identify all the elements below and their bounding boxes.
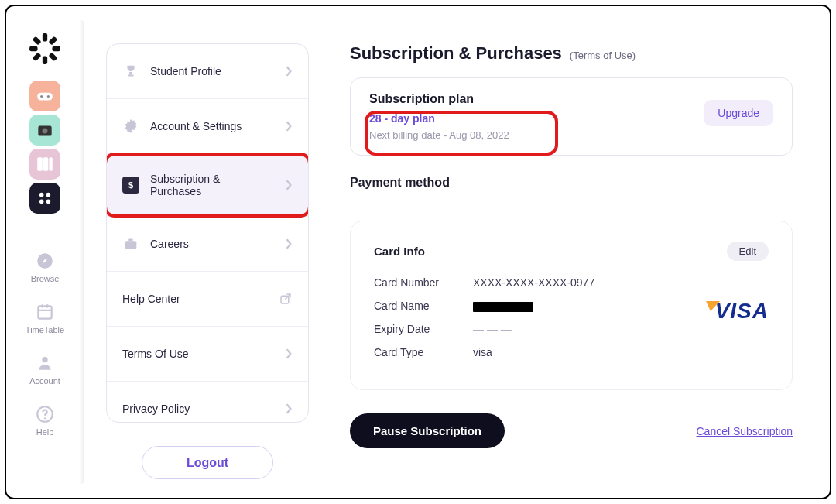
card-expiry-value: — — — <box>473 323 512 335</box>
card-number-label: Card Number <box>374 276 451 289</box>
svg-rect-0 <box>43 33 47 42</box>
svg-rect-4 <box>43 56 47 64</box>
app-logo <box>29 33 61 65</box>
chevron-right-icon <box>285 66 293 77</box>
rail-nav-browse[interactable]: Browse <box>31 251 60 283</box>
page-title: Subscription & Purchases <box>350 43 562 63</box>
svg-rect-32 <box>125 241 137 249</box>
gamepad-icon <box>35 86 55 106</box>
terms-of-use-link[interactable]: (Terms of Use) <box>570 50 636 61</box>
calendar-icon <box>35 302 55 322</box>
card-expiry-label: Expiry Date <box>374 323 451 335</box>
compass-icon <box>35 251 55 271</box>
person-icon <box>35 353 55 373</box>
svg-rect-29 <box>129 72 132 75</box>
card-number-value: XXXX-XXXX-XXXX-0977 <box>473 276 594 289</box>
settings-item-terms[interactable]: Terms Of Use <box>107 327 308 381</box>
svg-point-16 <box>39 193 44 197</box>
edit-button[interactable]: Edit <box>727 242 769 261</box>
rail-nav-account[interactable]: Account <box>29 353 60 386</box>
svg-rect-22 <box>38 306 51 318</box>
rail-nav-help[interactable]: Help <box>35 404 55 437</box>
settings-item-label: Student Profile <box>150 65 274 77</box>
card-number-row: Card Number XXXX-XXXX-XXXX-0977 <box>374 276 769 289</box>
external-link-icon <box>279 292 293 306</box>
chevron-right-icon <box>285 348 293 359</box>
rail-nav-timetable[interactable]: TimeTable <box>26 302 64 334</box>
grid-icon <box>35 188 55 208</box>
rail-nav-label: Browse <box>31 274 60 283</box>
settings-item-label: Subscription & Purchases <box>150 173 274 197</box>
card-expiry-row: Expiry Date — — — <box>374 323 769 335</box>
svg-rect-14 <box>43 157 49 170</box>
settings-item-help-center[interactable]: Help Center <box>107 272 308 326</box>
logout-button[interactable]: Logout <box>142 446 273 479</box>
svg-point-12 <box>43 129 48 134</box>
svg-rect-3 <box>48 52 57 61</box>
redacted-icon <box>473 302 533 312</box>
settings-item-subscription-purchases[interactable]: $ Subscription & Purchases <box>107 154 308 216</box>
page-header: Subscription & Purchases (Terms of Use) <box>350 43 793 63</box>
svg-rect-15 <box>49 157 52 170</box>
payment-method-title: Payment method <box>350 176 793 190</box>
main-content: Subscription & Purchases (Terms of Use) … <box>331 6 830 498</box>
settings-item-label: Privacy Policy <box>122 403 274 415</box>
card-info-title: Card Info <box>374 245 425 258</box>
rail-nav-label: TimeTable <box>26 325 64 334</box>
rail-tile-1[interactable] <box>29 81 60 111</box>
rail-tile-2[interactable] <box>29 115 60 146</box>
rail-nav-label: Help <box>36 427 54 437</box>
settings-item-label: Terms Of Use <box>122 348 274 360</box>
settings-item-label: Help Center <box>122 293 268 305</box>
chevron-right-icon <box>285 238 293 249</box>
help-icon <box>35 404 55 424</box>
svg-point-18 <box>39 200 44 204</box>
panels-icon <box>35 154 55 174</box>
camera-icon <box>35 120 55 140</box>
svg-point-17 <box>46 193 51 197</box>
pause-subscription-button[interactable]: Pause Subscription <box>350 413 505 448</box>
card-name-label: Card Name <box>374 300 451 312</box>
svg-rect-8 <box>37 93 53 101</box>
svg-rect-7 <box>33 36 42 46</box>
svg-rect-5 <box>33 52 42 61</box>
rail-nav: Browse TimeTable Account Help <box>26 251 64 437</box>
trophy-icon <box>122 63 139 80</box>
svg-point-26 <box>42 357 47 362</box>
settings-item-account-settings[interactable]: Account & Settings <box>107 99 308 153</box>
visa-logo: VISA <box>715 299 769 324</box>
settings-item-student-profile[interactable]: Student Profile <box>107 44 308 98</box>
left-rail: Browse TimeTable Account Help <box>6 6 84 498</box>
cancel-subscription-link[interactable]: Cancel Subscription <box>696 425 793 437</box>
settings-item-label: Careers <box>150 238 274 250</box>
briefcase-icon <box>122 235 139 252</box>
rail-nav-label: Account <box>29 376 60 386</box>
subscription-actions: Pause Subscription Cancel Subscription <box>350 413 793 448</box>
plan-next-billing: Next billing date - Aug 08, 2022 <box>369 129 773 141</box>
rail-tile-stack <box>29 81 60 214</box>
subscription-plan-card: Subscription plan 28 - day plan Next bil… <box>350 77 793 156</box>
rail-tile-3[interactable] <box>29 149 60 180</box>
dollar-box-icon: $ <box>122 177 139 194</box>
rail-tile-4[interactable] <box>29 183 60 214</box>
settings-item-careers[interactable]: Careers <box>107 217 308 271</box>
settings-item-privacy[interactable]: Privacy Policy <box>107 382 308 423</box>
svg-point-19 <box>46 200 51 204</box>
chevron-right-icon <box>285 180 293 190</box>
svg-rect-2 <box>52 46 60 51</box>
svg-rect-30 <box>128 75 133 77</box>
svg-point-28 <box>44 417 46 419</box>
svg-rect-33 <box>128 239 133 242</box>
svg-rect-6 <box>29 46 38 51</box>
card-type-label: Card Type <box>374 346 451 358</box>
chevron-right-icon <box>285 121 293 132</box>
settings-item-label: Account & Settings <box>150 120 274 132</box>
card-name-value <box>473 300 533 312</box>
gear-icon <box>122 118 139 135</box>
card-type-value: visa <box>473 346 492 358</box>
svg-rect-1 <box>48 36 57 46</box>
svg-point-9 <box>40 95 43 98</box>
svg-point-10 <box>47 95 50 98</box>
upgrade-button[interactable]: Upgrade <box>704 100 773 126</box>
settings-column: Student Profile Account & Settings $ <box>84 6 331 498</box>
